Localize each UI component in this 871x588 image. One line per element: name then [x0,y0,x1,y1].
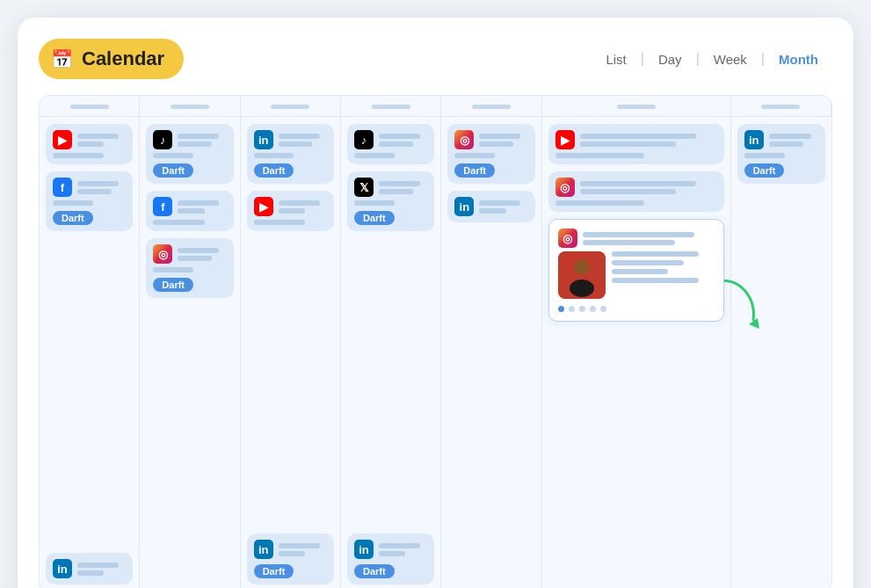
event-line [379,551,405,556]
event-line [454,153,495,158]
event-line [583,240,675,245]
event-line [77,563,119,568]
instagram-icon: ◎ [153,244,172,264]
linkedin-icon: in [53,559,72,578]
event-line [580,181,697,186]
event-line [279,208,305,214]
event-card[interactable]: in Darft [247,534,334,584]
event-line [77,134,119,139]
event-line [744,153,785,158]
calendar-col-2: ♪ Darft f [140,117,240,588]
event-line [479,208,505,214]
calendar-col-1: ▶ f Darft [40,117,140,588]
event-line [178,200,219,206]
linkedin-icon: in [354,540,374,559]
event-card[interactable]: in Darft [347,534,434,584]
calendar-col-5: ◎ Darft in [441,117,541,588]
event-line [254,153,294,158]
event-line [178,134,219,139]
event-line [279,543,320,548]
twitter-icon: 𝕏 [354,178,374,197]
event-line [354,200,395,206]
calendar-col-4: ♪ 𝕏 Darft [341,117,441,588]
event-card[interactable]: in Darft [247,124,334,184]
event-card[interactable]: ◎ Darft [146,238,233,298]
event-line [153,267,193,272]
draft-badge: Darft [153,278,193,292]
event-card[interactable]: in Darft [737,124,825,184]
event-line [77,181,119,186]
event-line [178,208,204,214]
tab-month[interactable]: Month [765,47,832,72]
instagram-icon-highlighted: ◎ [558,229,577,248]
event-line [580,142,676,147]
facebook-icon: f [153,197,172,216]
event-line [279,142,313,147]
linkedin-icon: in [254,540,273,559]
youtube-icon: ▶ [555,130,575,149]
event-card[interactable]: ▶ [46,124,133,164]
draft-badge: Darft [354,564,395,578]
event-card[interactable]: ♪ Darft [146,124,233,184]
event-line [153,153,193,158]
event-line [555,153,644,158]
event-line [178,248,219,253]
instagram-icon: ◎ [555,178,575,197]
calendar-col-6: ▶ ◎ [542,117,731,588]
event-card[interactable]: ▶ [247,191,334,231]
linkedin-icon: in [744,130,764,149]
linkedin-icon: in [454,197,474,216]
event-line [53,153,104,158]
draft-badge: Darft [354,211,395,225]
event-line [379,134,420,139]
event-card[interactable]: in [46,553,133,584]
svg-point-1 [574,259,590,275]
event-line [153,220,204,225]
draft-badge: Darft [153,163,193,178]
event-card[interactable]: ▶ [548,124,724,164]
app-container: 📅 Calendar List | Day | Week | Month ▶ [18,18,853,588]
event-line [479,134,520,139]
event-card-highlighted[interactable]: ◎ [548,219,724,322]
tab-day[interactable]: Day [644,47,696,72]
event-line [279,134,320,139]
calendar-grid: ▶ f Darft [39,95,832,588]
event-card[interactable]: ◎ Darft [447,124,534,184]
thumbnail-image [558,251,606,299]
facebook-icon: f [53,178,72,197]
linkedin-icon: in [254,130,273,149]
calendar-col-3: in Darft ▶ [241,117,341,588]
event-card[interactable]: 𝕏 Darft [347,171,434,231]
event-line [379,189,413,194]
event-line [279,551,305,556]
event-line [580,134,697,139]
tab-week[interactable]: Week [700,47,761,72]
event-card[interactable]: in [447,191,534,222]
tiktok-icon: ♪ [354,130,374,149]
event-line [77,142,104,147]
event-line [580,189,676,194]
event-line [178,256,212,261]
event-card[interactable]: f [146,191,233,231]
dot [558,306,564,312]
calendar-col-7: in Darft [731,117,831,588]
app-title: Calendar [82,47,164,70]
event-card[interactable]: ♪ [347,124,434,164]
event-card[interactable]: f Darft [46,171,133,231]
event-card[interactable]: ◎ [548,171,724,212]
event-line [769,134,811,139]
event-line [379,181,420,186]
event-line [178,142,212,147]
draft-badge: Darft [744,163,785,178]
dot [569,306,575,312]
event-line [379,543,420,548]
event-line [479,142,513,147]
youtube-icon: ▶ [53,130,72,149]
dot [590,306,596,312]
event-line [583,232,695,237]
calendar-badge: 📅 Calendar [39,39,184,79]
calendar-icon: 📅 [51,48,73,69]
tab-list[interactable]: List [592,47,640,72]
event-line [53,200,93,206]
col-header-4 [341,96,441,117]
